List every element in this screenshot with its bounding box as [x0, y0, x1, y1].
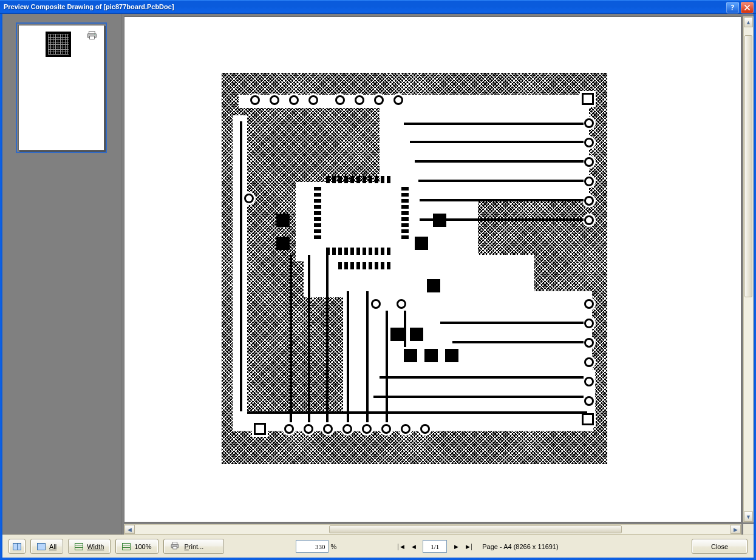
ic-pins-bottom: [326, 248, 390, 255]
zoom-100-label: 100%: [134, 543, 151, 550]
zoom-controls: %: [296, 540, 337, 553]
scroll-down-button[interactable]: ▼: [744, 511, 753, 522]
ic-pins-left: [314, 187, 321, 239]
prev-page-button[interactable]: ◀: [409, 542, 418, 551]
thumbnail-page-1[interactable]: [18, 25, 104, 150]
help-button[interactable]: [726, 2, 739, 13]
preview-canvas[interactable]: [124, 16, 741, 522]
panel-split-icon: [13, 543, 21, 550]
print-label-rest: rint...: [189, 543, 203, 550]
hscroll-thumb[interactable]: [329, 525, 622, 533]
titlebar: Preview Composite Drawing of [pic877boar…: [0, 0, 756, 14]
first-page-button[interactable]: │◀: [396, 542, 404, 551]
page-number-input[interactable]: [423, 540, 447, 553]
vscroll-thumb[interactable]: [744, 35, 752, 297]
window-controls: [726, 1, 756, 13]
workarea: ▲ ▼ ◀ ▶: [2, 14, 754, 535]
zoom-100-button[interactable]: 100%: [115, 539, 158, 554]
preview-pane: ▲ ▼ ◀ ▶: [121, 14, 754, 535]
svg-rect-2: [89, 36, 94, 39]
scroll-right-button[interactable]: ▶: [730, 525, 741, 534]
pcb-drawing: [222, 73, 607, 464]
panel-toggle-button[interactable]: [9, 539, 26, 554]
hundred-icon: [122, 543, 131, 550]
svg-point-3: [94, 34, 95, 35]
fit-width-button[interactable]: Width: [68, 539, 111, 554]
print-button[interactable]: Print...: [163, 539, 224, 554]
ic-footprint: [322, 182, 401, 249]
page-icon: [37, 543, 46, 550]
scroll-corner: [743, 524, 754, 535]
close-window-button[interactable]: [741, 2, 754, 13]
thumbnail-pcb-icon: [46, 32, 71, 57]
window-title: Preview Composite Drawing of [pic877boar…: [4, 3, 174, 10]
bottom-toolbar: All Width 100% Print...: [2, 535, 754, 558]
page-size-label: Page - A4 (8266 x 11691): [482, 543, 558, 550]
hscroll-track[interactable]: [135, 525, 730, 534]
width-icon: [75, 543, 83, 550]
fit-all-label: All: [49, 543, 56, 550]
ic-pins-right: [401, 187, 409, 239]
scroll-left-button[interactable]: ◀: [124, 525, 135, 534]
zoom-input[interactable]: [296, 540, 329, 553]
zoom-unit-label: %: [331, 543, 337, 550]
scroll-up-button[interactable]: ▲: [744, 17, 753, 27]
ic-pins-top: [326, 176, 390, 183]
next-page-button[interactable]: ▶: [452, 542, 460, 551]
horizontal-scrollbar[interactable]: ◀ ▶: [124, 524, 741, 535]
page-navigation: │◀ ◀ ▶ ▶│ Page - A4 (8266 x 11691): [396, 540, 558, 553]
printer-icon: [170, 542, 181, 552]
fit-width-label: Width: [87, 543, 104, 550]
svg-rect-6: [172, 546, 176, 548]
fit-all-button[interactable]: All: [30, 539, 63, 554]
print-preview-window: Preview Composite Drawing of [pic877boar…: [0, 0, 756, 560]
ic2-pins-top: [338, 262, 390, 269]
client-area: ▲ ▼ ◀ ▶ All: [2, 14, 754, 558]
close-button-label: Close: [711, 543, 728, 550]
last-page-button[interactable]: ▶│: [465, 542, 474, 551]
ic2-footprint: [334, 267, 401, 289]
thumbnail-pane: [2, 14, 121, 535]
vertical-scrollbar[interactable]: ▲ ▼: [743, 16, 754, 522]
thumbnail-print-icon[interactable]: [87, 30, 99, 40]
close-button[interactable]: Close: [692, 539, 747, 554]
